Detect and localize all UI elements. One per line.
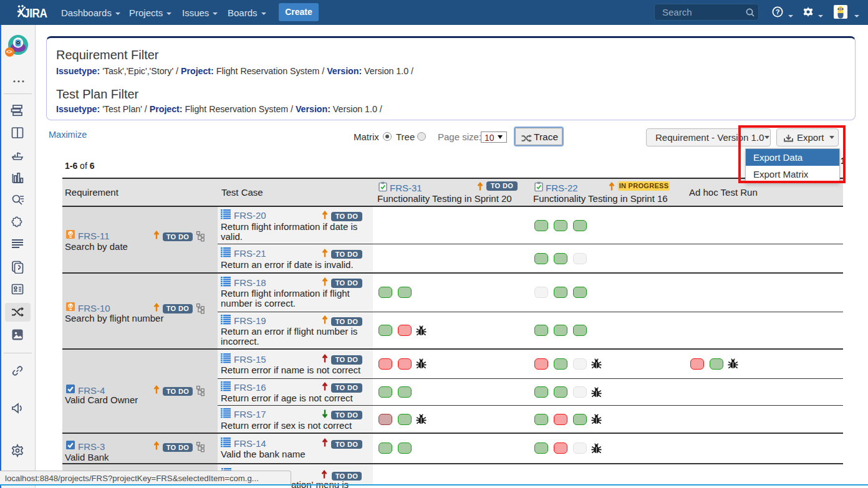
svg-text:?: ? xyxy=(776,8,780,16)
